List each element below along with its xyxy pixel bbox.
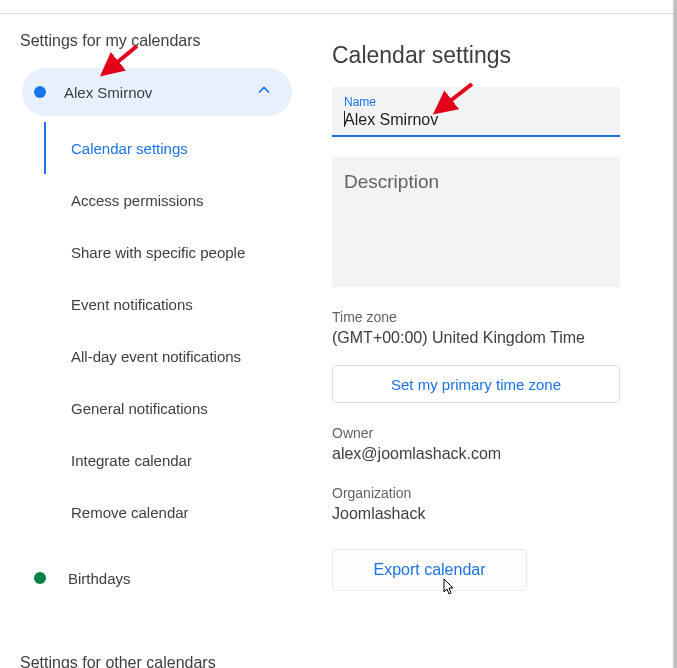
calendar-birthdays[interactable]: Birthdays	[34, 558, 332, 598]
nav-integrate-calendar[interactable]: Integrate calendar	[44, 434, 299, 486]
nav-access-permissions[interactable]: Access permissions	[44, 174, 299, 226]
calendar-alex-smirnov[interactable]: Alex Smirnov	[22, 68, 292, 116]
name-input[interactable]: Alex Smirnov	[344, 111, 438, 129]
name-field[interactable]: Name Alex Smirnov	[332, 87, 620, 137]
description-label: Description	[344, 171, 608, 193]
set-primary-timezone-button[interactable]: Set my primary time zone	[332, 365, 620, 403]
section-my-calendars: Settings for my calendars	[20, 32, 332, 50]
calendar-color-dot	[34, 86, 46, 98]
calendar-name-label: Alex Smirnov	[64, 84, 152, 101]
nav-remove-calendar[interactable]: Remove calendar	[44, 486, 299, 538]
section-other-calendars: Settings for other calendars	[20, 654, 332, 668]
calendar-color-dot	[34, 572, 46, 584]
calendar-birthdays-label: Birthdays	[68, 570, 131, 587]
cursor-pointer-icon	[441, 578, 457, 602]
nav-general-notifications[interactable]: General notifications	[44, 382, 299, 434]
owner-label: Owner	[332, 425, 659, 441]
page-title: Calendar settings	[332, 42, 659, 69]
timezone-label: Time zone	[332, 309, 659, 325]
nav-allday-notifications[interactable]: All-day event notifications	[44, 330, 299, 382]
chevron-up-icon	[254, 80, 274, 104]
export-calendar-button[interactable]: Export calendar	[332, 549, 527, 591]
nav-calendar-settings[interactable]: Calendar settings	[44, 122, 299, 174]
description-field[interactable]: Description	[332, 157, 620, 287]
organization-value: Joomlashack	[332, 505, 659, 523]
name-label: Name	[344, 95, 608, 109]
nav-event-notifications[interactable]: Event notifications	[44, 278, 299, 330]
timezone-value: (GMT+00:00) United Kingdom Time	[332, 329, 659, 347]
divider	[0, 13, 674, 14]
organization-label: Organization	[332, 485, 659, 501]
nav-share-specific[interactable]: Share with specific people	[44, 226, 299, 278]
owner-value: alex@joomlashack.com	[332, 445, 659, 463]
text-cursor	[344, 111, 345, 127]
